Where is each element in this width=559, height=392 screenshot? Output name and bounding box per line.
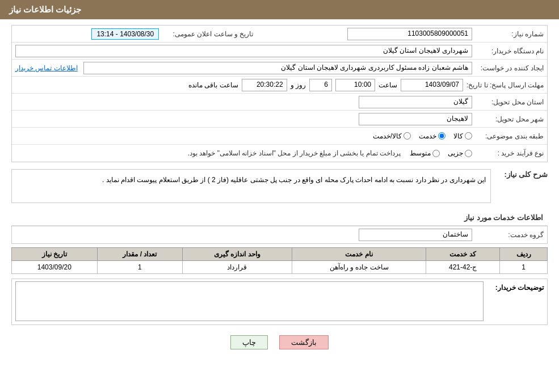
reply-time-label: ساعت <box>379 81 397 89</box>
city-label: شهر محل تحویل: <box>476 115 544 123</box>
services-table: ردیف کد خدمت نام خدمت واحد اندازه گیری ت… <box>11 247 548 274</box>
th-service-code: کد خدمت <box>426 248 500 261</box>
row-city: شهر محل تحویل: لاهیجان <box>12 111 547 128</box>
category-option-kala-khedmat[interactable]: کالا/خدمت <box>373 132 411 140</box>
purchase-type-radio-group: جزیی متوسط <box>410 149 472 157</box>
province-label: استان محل تحویل: <box>476 98 544 106</box>
contact-link[interactable]: اطلاعات تماس خریدار <box>15 64 78 72</box>
th-unit: واحد اندازه گیری <box>183 248 292 261</box>
announce-date-value: 1403/08/30 - 13:14 <box>91 28 159 40</box>
td-need_date: 1403/09/20 <box>12 261 98 274</box>
td-service_name: ساخت جاده و راه‌آهن <box>292 261 426 274</box>
th-need-date: تاریخ نیاز <box>12 248 98 261</box>
reply-date-value: 1403/09/07 <box>401 79 463 91</box>
category-option-khedmat[interactable]: خدمت <box>419 132 445 140</box>
city-value: لاهیجان <box>359 113 472 125</box>
td-quantity: 1 <box>97 261 182 274</box>
category-option-kala[interactable]: کالا <box>453 132 472 140</box>
announce-date-label: تاریخ و ساعت اعلان عمومی: <box>162 30 253 38</box>
back-button[interactable]: بازگشت <box>279 335 329 349</box>
description-section: شرح کلی نیاز: این شهرداری در نظر دارد نس… <box>11 167 548 205</box>
th-service-name: نام خدمت <box>292 248 426 261</box>
th-row-num: ردیف <box>500 248 548 261</box>
td-unit: قرارداد <box>183 261 292 274</box>
row-need-number: شماره نیاز: 1103005809000051 تاریخ و ساع… <box>12 26 547 43</box>
row-reply-deadline: مهلت ارسال پاسخ: تا تاریخ: 1403/09/07 سا… <box>12 77 547 94</box>
need-number-label: شماره نیاز: <box>476 30 544 38</box>
th-quantity: تعداد / مقدار <box>97 248 182 261</box>
buyer-notes-section: توضیحات خریدار: <box>11 279 548 325</box>
td-service_code: ج-42-421 <box>426 261 500 274</box>
service-group-value: ساختمان <box>359 229 472 241</box>
table-row: 1ج-42-421ساخت جاده و راه‌آهنقرارداد11403… <box>12 261 548 274</box>
buyer-notes-row: توضیحات خریدار: <box>12 279 547 324</box>
td-row_num: 1 <box>500 261 548 274</box>
row-province: استان محل تحویل: گیلان <box>12 94 547 111</box>
row-service-group: گروه خدمت: ساختمان <box>12 226 547 243</box>
page-header: جزئیات اطلاعات نیاز <box>0 0 559 19</box>
buttons-row: بازگشت چاپ <box>11 331 548 354</box>
reply-time-value: 10:00 <box>335 79 375 91</box>
description-text: این شهرداری در نظر دارد نسبت به ادامه اح… <box>11 169 491 203</box>
reply-days-label: روز و <box>291 81 306 89</box>
purchase-type-note: پرداخت تمام یا بخشی از مبلغ خریدار از مح… <box>188 149 401 157</box>
row-category: طبقه بندی موضوعی: کالا خدمت <box>12 128 547 145</box>
service-group-label: گروه خدمت: <box>476 231 544 239</box>
description-label: شرح کلی نیاز: <box>491 167 548 179</box>
reply-deadline-label: مهلت ارسال پاسخ: تا تاریخ: <box>466 81 544 89</box>
services-section-title: اطلاعات خدمات مورد نیاز <box>11 210 548 226</box>
buyer-org-value: شهرداری لاهیجان استان گیلان <box>15 45 472 57</box>
purchase-type-label: نوع فرآیند خرید : <box>476 149 544 157</box>
print-button[interactable]: چاپ <box>230 335 268 349</box>
creator-value: هاشم شعبان زاده مسئول کاربردری شهرداری ل… <box>83 62 472 74</box>
reply-remaining-label: ساعت باقی مانده <box>188 81 238 89</box>
header-title: جزئیات اطلاعات نیاز <box>9 5 81 14</box>
need-number-value: 1103005809000051 <box>347 28 472 40</box>
buyer-notes-label: توضیحات خریدار: <box>487 281 544 292</box>
purchase-type-jozi[interactable]: جزیی <box>448 149 472 157</box>
buyer-notes-input[interactable] <box>15 281 484 321</box>
row-buyer-org: نام دستگاه خریدار: شهرداری لاهیجان استان… <box>12 43 547 60</box>
creator-label: ایجاد کننده در خواست: <box>476 64 544 72</box>
purchase-type-motavasset[interactable]: متوسط <box>410 149 440 157</box>
category-radio-group: کالا خدمت کالا/خدمت <box>15 132 472 140</box>
reply-remaining-value: 20:30:22 <box>242 79 287 91</box>
services-table-section: ردیف کد خدمت نام خدمت واحد اندازه گیری ت… <box>11 247 548 274</box>
reply-days-value: 6 <box>309 79 332 91</box>
province-value: گیلان <box>359 96 472 108</box>
service-group-section: گروه خدمت: ساختمان <box>11 226 548 244</box>
row-purchase-type: نوع فرآیند خرید : جزیی متوسط پرداخت تمام… <box>12 145 547 162</box>
category-label: طبقه بندی موضوعی: <box>476 132 544 140</box>
row-creator: ایجاد کننده در خواست: هاشم شعبان زاده مس… <box>12 60 547 77</box>
buyer-org-label: نام دستگاه خریدار: <box>476 47 544 55</box>
main-form: شماره نیاز: 1103005809000051 تاریخ و ساع… <box>11 25 548 162</box>
